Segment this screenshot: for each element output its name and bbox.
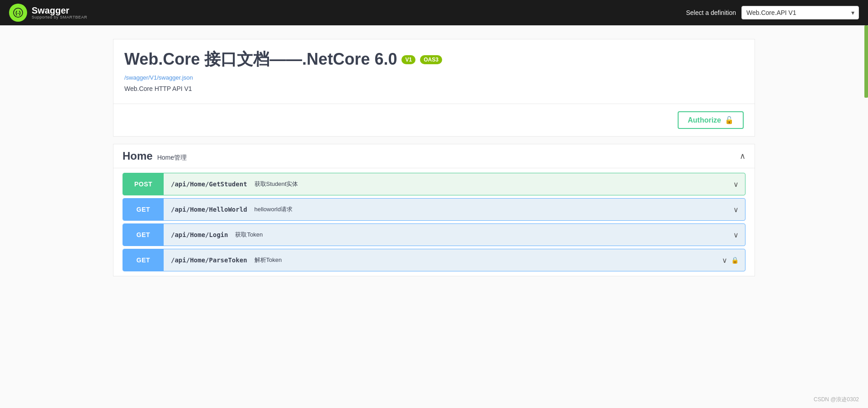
header-right: Select a definition Web.Core.API V1 bbox=[686, 6, 859, 19]
path-desc-0: 获取Student实体 bbox=[255, 180, 298, 188]
api-path-1: /api/Home/HelloWorld helloworld请求 bbox=[164, 200, 727, 219]
logo: {-} Swagger Supported by SMARTBEAR bbox=[9, 4, 87, 22]
method-badge-3: GET bbox=[123, 249, 164, 271]
row-chevron-icon-2: ∨ bbox=[733, 231, 739, 239]
section-description: Home管理 bbox=[157, 154, 187, 162]
authorize-section: Authorize 🔓 bbox=[113, 104, 755, 137]
api-row-right-2: ∨ bbox=[727, 231, 745, 239]
api-row-3[interactable]: GET /api/Home/ParseToken 解析Token ∨ 🔒 bbox=[123, 249, 745, 271]
path-desc-3: 解析Token bbox=[255, 256, 282, 264]
definition-select-wrapper[interactable]: Web.Core.API V1 bbox=[741, 6, 859, 19]
footer-watermark: CSDN @浪迹0302 bbox=[814, 396, 859, 403]
row-chevron-icon-1: ∨ bbox=[733, 205, 739, 214]
path-desc-1: helloworld请求 bbox=[255, 205, 293, 213]
api-path-2: /api/Home/Login 获取Token bbox=[164, 225, 727, 244]
scrollbar-indicator bbox=[864, 25, 868, 98]
api-row-0[interactable]: POST /api/Home/GetStudent 获取Student实体 ∨ bbox=[123, 173, 745, 195]
brand-sub: Supported by SMARTBEAR bbox=[32, 15, 87, 19]
method-badge-2: GET bbox=[123, 224, 164, 246]
api-link[interactable]: /swagger/V1/swagger.json bbox=[124, 74, 744, 81]
api-section: Home Home管理 ∧ POST /api/Home/GetStudent … bbox=[113, 144, 755, 276]
path-text-0: /api/Home/GetStudent bbox=[171, 180, 247, 188]
row-lock-icon-3: 🔒 bbox=[731, 256, 739, 264]
api-path-0: /api/Home/GetStudent 获取Student实体 bbox=[164, 175, 727, 194]
brand-text: Swagger Supported by SMARTBEAR bbox=[32, 6, 87, 19]
api-title: Web.Core 接口文档——.NetCore 6.0 V1 OAS3 bbox=[124, 48, 744, 71]
main-content: Web.Core 接口文档——.NetCore 6.0 V1 OAS3 /swa… bbox=[104, 25, 764, 276]
path-text-2: /api/Home/Login bbox=[171, 231, 228, 238]
section-header[interactable]: Home Home管理 ∧ bbox=[113, 144, 755, 168]
header: {-} Swagger Supported by SMARTBEAR Selec… bbox=[0, 0, 868, 25]
section-title: Home Home管理 bbox=[123, 150, 187, 162]
definition-select[interactable]: Web.Core.API V1 bbox=[741, 6, 859, 19]
path-text-3: /api/Home/ParseToken bbox=[171, 256, 247, 264]
authorize-button[interactable]: Authorize 🔓 bbox=[678, 111, 744, 129]
api-row-2[interactable]: GET /api/Home/Login 获取Token ∨ bbox=[123, 223, 745, 246]
api-row-right-0: ∨ bbox=[727, 180, 745, 189]
badge-v1: V1 bbox=[401, 55, 415, 64]
swagger-logo-icon: {-} bbox=[9, 4, 27, 22]
api-row-1[interactable]: GET /api/Home/HelloWorld helloworld请求 ∨ bbox=[123, 198, 745, 221]
api-row-right-1: ∨ bbox=[727, 205, 745, 214]
row-chevron-icon-3: ∨ bbox=[722, 256, 727, 265]
api-title-text: Web.Core 接口文档——.NetCore 6.0 bbox=[124, 48, 397, 71]
section-name: Home bbox=[123, 150, 153, 162]
api-list: POST /api/Home/GetStudent 获取Student实体 ∨ … bbox=[113, 168, 755, 276]
lock-icon: 🔓 bbox=[725, 116, 734, 124]
section-chevron-icon: ∧ bbox=[740, 151, 745, 161]
path-desc-2: 获取Token bbox=[235, 231, 263, 239]
method-badge-0: POST bbox=[123, 173, 164, 195]
method-badge-1: GET bbox=[123, 199, 164, 220]
row-chevron-icon-0: ∨ bbox=[733, 180, 739, 189]
api-path-3: /api/Home/ParseToken 解析Token bbox=[164, 251, 716, 270]
badge-oas3: OAS3 bbox=[420, 55, 442, 64]
select-label: Select a definition bbox=[686, 9, 736, 16]
title-section: Web.Core 接口文档——.NetCore 6.0 V1 OAS3 /swa… bbox=[113, 39, 755, 104]
path-text-1: /api/Home/HelloWorld bbox=[171, 206, 247, 213]
authorize-label: Authorize bbox=[688, 116, 721, 124]
brand-name: Swagger bbox=[32, 6, 87, 15]
api-description: Web.Core HTTP API V1 bbox=[124, 85, 192, 92]
svg-text:{-}: {-} bbox=[15, 10, 21, 15]
api-row-right-3: ∨ 🔒 bbox=[716, 256, 745, 265]
